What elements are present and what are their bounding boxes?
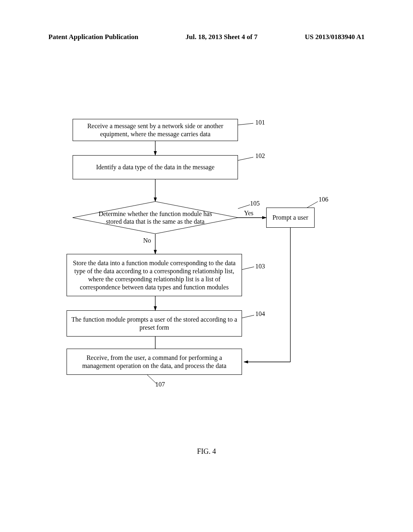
step-101-box: Receive a message sent by a network side…: [73, 119, 238, 141]
step-106-text: Prompt a user: [273, 214, 309, 222]
step-102-text: Identify a data type of the data in the …: [96, 163, 215, 171]
svg-line-9: [238, 157, 253, 160]
step-106-box: Prompt a user: [266, 208, 315, 228]
figure-label: FIG. 4: [0, 447, 413, 456]
header-right: US 2013/0183940 A1: [305, 33, 365, 41]
step-103-box: Store the data into a function module co…: [67, 254, 242, 296]
svg-line-13: [240, 315, 254, 318]
step-101-number: 101: [255, 119, 265, 126]
step-104-box: The function module prompts a user of th…: [67, 310, 242, 337]
step-101-text: Receive a message sent by a network side…: [76, 122, 234, 138]
step-104-text: The function module prompts a user of th…: [70, 316, 238, 332]
svg-line-8: [238, 123, 253, 125]
step-104-number: 104: [255, 310, 265, 318]
svg-line-12: [240, 267, 254, 270]
flowchart-figure-4: Receive a message sent by a network side…: [60, 117, 351, 447]
step-103-number: 103: [255, 263, 265, 270]
step-105-decision: Determine whether the function module ha…: [73, 202, 238, 234]
step-102-number: 102: [255, 152, 265, 160]
step-107-text: Receive, from the user, a command for pe…: [70, 354, 238, 370]
step-102-box: Identify a data type of the data in the …: [73, 155, 238, 179]
decision-yes-label: Yes: [244, 210, 253, 217]
step-107-number: 107: [155, 381, 165, 388]
step-105-text: Determine whether the function module ha…: [97, 210, 214, 225]
step-107-box: Receive, from the user, a command for pe…: [67, 349, 242, 375]
decision-no-label: No: [143, 237, 151, 244]
header-left: Patent Application Publication: [48, 33, 138, 41]
header-center: Jul. 18, 2013 Sheet 4 of 7: [186, 33, 258, 41]
step-103-text: Store the data into a function module co…: [70, 259, 238, 291]
step-106-number: 106: [319, 196, 328, 203]
step-105-number: 105: [250, 200, 260, 207]
svg-line-11: [307, 202, 318, 208]
page-header: Patent Application Publication Jul. 18, …: [0, 33, 413, 41]
